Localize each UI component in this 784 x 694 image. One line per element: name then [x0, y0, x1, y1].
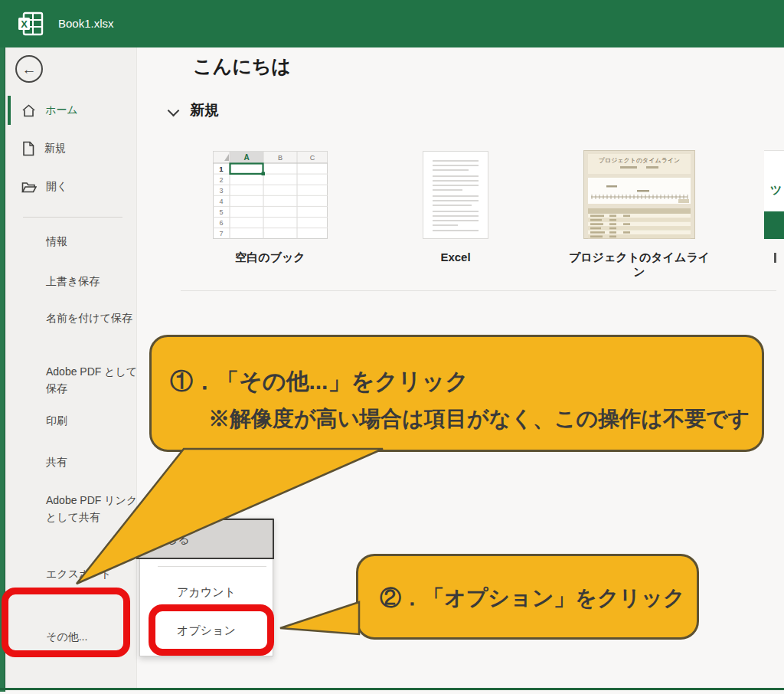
- template-label[interactable]: プロジェクトのタイムライン: [568, 250, 710, 280]
- new-section-heading[interactable]: 新規: [190, 100, 219, 120]
- svg-text:A: A: [243, 153, 249, 162]
- callout-step1-line1: ①．「その他...」をクリック: [170, 366, 469, 398]
- popup-divider: [158, 566, 266, 567]
- callout-step2-bubble: ②．「オプション」をクリック: [356, 554, 699, 640]
- callout-step2-line1: ②．「オプション」をクリック: [380, 584, 685, 613]
- sidebar-item-home[interactable]: ホーム: [21, 100, 78, 120]
- svg-text:X: X: [21, 18, 28, 30]
- open-folder-icon: [21, 181, 37, 194]
- callout-step1-bubble: ①．「その他...」をクリック ※解像度が高い場合は項目がなく、この操作は不要で…: [149, 335, 764, 452]
- sidebar-item-info[interactable]: 情報: [46, 233, 142, 250]
- sidebar-item-adobe-pdf-save[interactable]: Adobe PDF として保存: [46, 363, 142, 397]
- sidebar-divider: [23, 217, 122, 218]
- svg-text:7: 7: [219, 230, 223, 237]
- highlight-box-more: [2, 588, 130, 657]
- sidebar-item-adobe-pdf-link[interactable]: Adobe PDF リンクとして共有: [46, 492, 142, 525]
- svg-text:5: 5: [219, 208, 223, 216]
- template-partial-thumb[interactable]: ツ: [764, 150, 784, 212]
- sidebar-item-save[interactable]: 上書き保存: [46, 273, 142, 290]
- excel-backstage-window: X Book1.xlsx ← ホーム 新規 開く 情報 上書き保存 名前を付けて…: [0, 0, 784, 694]
- template-partial-band: [764, 211, 784, 239]
- svg-text:3: 3: [219, 187, 223, 195]
- window-title: Book1.xlsx: [58, 0, 114, 47]
- chevron-down-icon: [168, 105, 180, 117]
- popup-item-close[interactable]: 閉じる: [136, 519, 274, 559]
- title-bar: X Book1.xlsx: [0, 0, 784, 47]
- popup-item-account[interactable]: アカウント: [139, 585, 273, 601]
- template-partial-text: ツ: [770, 183, 782, 198]
- window-bottom-edge: [0, 688, 784, 690]
- sidebar-item-label: ホーム: [45, 103, 78, 117]
- template-project-timeline-thumb[interactable]: プロジェクトのタイムライン: [583, 150, 695, 239]
- sidebar-item-new[interactable]: 新規: [21, 139, 66, 159]
- back-button[interactable]: ←: [15, 55, 43, 83]
- template-label[interactable]: Excel: [390, 250, 521, 264]
- home-icon: [21, 103, 36, 118]
- excel-app-icon: X: [17, 11, 44, 36]
- sidebar-item-print[interactable]: 印刷: [46, 412, 142, 429]
- svg-text:4: 4: [219, 198, 223, 205]
- template-label[interactable]: 空白のブック: [213, 250, 328, 265]
- sidebar-item-label: 新規: [44, 142, 66, 155]
- callout-step1-line2: ※解像度が高い場合は項目がなく、この操作は不要です: [208, 404, 750, 434]
- greeting-heading: こんにちは: [193, 54, 291, 79]
- templates-divider: [181, 290, 776, 291]
- sidebar-item-saveas[interactable]: 名前を付けて保存: [46, 309, 142, 326]
- callout-step2-tail: [280, 602, 359, 634]
- sidebar-item-export[interactable]: エクスポート: [46, 565, 142, 582]
- sidebar-item-open[interactable]: 開く: [21, 177, 67, 197]
- sidebar-item-label: 開く: [46, 180, 67, 194]
- svg-text:プロジェクトのタイムライン: プロジェクトのタイムライン: [599, 157, 680, 164]
- svg-text:2: 2: [219, 176, 223, 184]
- svg-text:1: 1: [219, 165, 224, 173]
- selected-item-indicator: [8, 96, 11, 125]
- highlight-box-options: [149, 604, 274, 656]
- new-file-icon: [21, 141, 35, 156]
- svg-text:C: C: [310, 154, 315, 162]
- svg-text:B: B: [278, 154, 283, 162]
- template-partial-label-sliver: [774, 253, 776, 263]
- svg-text:6: 6: [219, 219, 223, 227]
- sidebar-item-share[interactable]: 共有: [46, 453, 142, 470]
- template-excel-doc-thumb[interactable]: [423, 151, 488, 239]
- template-blank-workbook-thumb[interactable]: A B C 1 2 3 4 5 6 7: [213, 151, 328, 239]
